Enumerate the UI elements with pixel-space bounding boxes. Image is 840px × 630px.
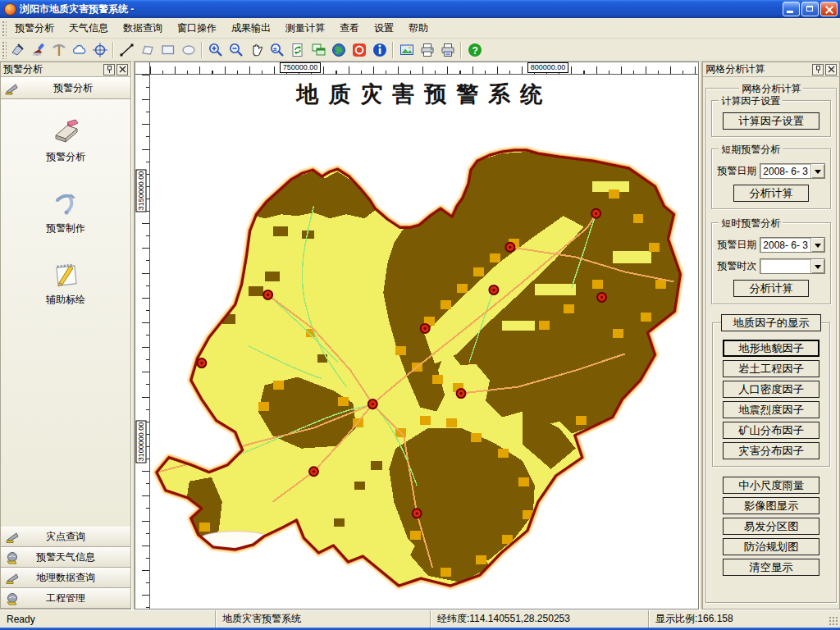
right-panel-close-button[interactable] [825, 64, 837, 75]
short-term-date-label: 预警日期 [717, 164, 760, 178]
image-icon[interactable] [396, 40, 417, 60]
menu-measure-calc[interactable]: 测量计算 [278, 19, 332, 38]
rectangle-tool-icon[interactable] [158, 40, 178, 60]
map-edit-icon[interactable] [7, 40, 28, 60]
short-term-date-combobox[interactable]: 2008- 6- 3 [760, 163, 825, 179]
clear-display-button[interactable]: 清空显示 [723, 559, 819, 576]
short-time-date-combobox[interactable]: 2008- 6- 3 [760, 237, 825, 253]
menu-weather-info[interactable]: 天气信息 [62, 19, 116, 38]
print-icon[interactable] [417, 40, 437, 60]
zoom-extent-icon[interactable]: ± [267, 40, 287, 60]
aux-plotting-notepad-icon [51, 258, 80, 288]
terrain-factor-button[interactable]: 地形地貌因子 [723, 340, 819, 357]
pan-icon[interactable] [246, 40, 267, 60]
chevron-down-icon[interactable] [810, 238, 824, 252]
short-term-label: 短期预警分析 [719, 143, 783, 157]
town-marker [197, 358, 206, 368]
factor-setting-group: 计算因子设置 计算因子设置 [711, 100, 831, 137]
windows-copy-icon[interactable] [308, 40, 328, 60]
short-term-analyze-button[interactable]: 分析计算 [733, 185, 809, 202]
left-panel-pin-button[interactable] [103, 64, 115, 75]
menu-settings[interactable]: 设置 [367, 19, 401, 38]
town-marker [591, 209, 600, 218]
menu-result-output[interactable]: 成果输出 [224, 19, 278, 38]
status-ready: Ready [0, 610, 216, 628]
factor-display-frame: 地质因子的显示 地形地貌因子 岩土工程因子 人口密度因子 地震烈度因子 矿山分布… [712, 322, 830, 467]
restore-button[interactable] [801, 2, 819, 16]
globe-icon[interactable] [328, 40, 349, 60]
right-panel-titlebar: 网格分析计算 [703, 62, 839, 77]
left-panel-titlebar: 预警分析 [1, 62, 130, 77]
group-warning-weather-info[interactable]: 预警天气信息 [1, 547, 130, 568]
group-disaster-point-query[interactable]: 灾点查询 [1, 527, 130, 547]
refresh-icon[interactable] [287, 40, 308, 60]
left-panel-title: 预警分析 [3, 62, 102, 76]
item-label: 辅助标绘 [46, 293, 85, 307]
map-area: 750000.00 800000.00 3150000.00 3100000.0… [135, 62, 699, 609]
minimize-button[interactable] [783, 2, 800, 16]
target-icon[interactable] [89, 40, 110, 60]
zoom-in-icon[interactable] [205, 40, 226, 60]
ruler-left-label-3150000: 3150000.00 [136, 170, 147, 212]
item-warning-analysis[interactable]: 预警分析 [16, 111, 115, 169]
pick-icon[interactable] [48, 40, 69, 60]
left-panel-header-label: 预警分析 [20, 81, 126, 95]
item-aux-plotting[interactable]: 辅助标绘 [16, 253, 115, 312]
population-density-factor-button[interactable]: 人口密度因子 [723, 381, 819, 398]
geological-map[interactable] [150, 75, 698, 609]
disaster-distribution-factor-button[interactable]: 灾害分布因子 [723, 442, 819, 459]
geotech-factor-button[interactable]: 岩土工程因子 [723, 360, 819, 377]
item-warning-produce[interactable]: 预警制作 [16, 182, 115, 240]
info-icon[interactable] [369, 40, 390, 60]
polygon-tool-icon[interactable] [137, 40, 158, 60]
ruler-top-label-800000: 800000.00 [527, 62, 568, 73]
chevron-down-icon[interactable] [810, 164, 824, 178]
group-project-manage[interactable]: 工程管理 [1, 588, 130, 609]
menu-data-query[interactable]: 数据查询 [116, 19, 170, 38]
left-panel: 预警分析 预警分析 预警分析 [0, 62, 131, 609]
factor-display-header-button[interactable]: 地质因子的显示 [721, 314, 821, 331]
resize-grip[interactable] [829, 616, 839, 627]
short-time-session-label: 预警时次 [717, 259, 760, 273]
close-button[interactable] [820, 2, 838, 16]
group-label: 灾点查询 [1, 530, 130, 544]
line-tool-icon[interactable] [116, 40, 137, 60]
display-actions: 中小尺度雨量 影像图显示 易发分区图 防治规划图 清空显示 [710, 477, 833, 576]
cloud-icon[interactable] [69, 40, 89, 60]
ruler-corner [135, 62, 150, 75]
zoom-out-icon[interactable] [226, 40, 246, 60]
toolbar-grip[interactable] [1, 40, 7, 59]
help-icon[interactable]: ? [464, 40, 485, 60]
print-preview-icon[interactable] [437, 40, 458, 60]
group-geo-data-query[interactable]: 地理数据查询 [1, 568, 130, 588]
seismic-intensity-factor-button[interactable]: 地震烈度因子 [723, 401, 819, 418]
menu-help[interactable]: 帮助 [401, 19, 436, 38]
mine-distribution-factor-button[interactable]: 矿山分布因子 [723, 422, 819, 439]
prevention-plan-map-button[interactable]: 防治规划图 [723, 538, 819, 555]
map-canvas[interactable]: 地质灾害预警系统 [150, 75, 698, 609]
right-panel-title: 网格分析计算 [705, 62, 810, 76]
menu-grip[interactable] [1, 20, 7, 36]
meso-scale-rainfall-button[interactable]: 中小尺度雨量 [723, 477, 819, 494]
town-marker [505, 243, 514, 252]
chevron-down-icon[interactable] [810, 259, 824, 273]
grid-analysis-groupbox: 网格分析计算 计算因子设置 计算因子设置 短期预警分析 预警日期 2008- 6… [705, 88, 837, 603]
image-map-display-button[interactable]: 影像图显示 [723, 497, 819, 514]
susceptibility-zoning-button[interactable]: 易发分区图 [723, 518, 819, 535]
short-time-session-combobox[interactable] [760, 258, 825, 274]
left-panel-close-button[interactable] [116, 64, 128, 75]
right-panel-pin-button[interactable] [812, 64, 824, 75]
stop-icon[interactable] [349, 40, 369, 60]
factor-setting-button[interactable]: 计算因子设置 [723, 112, 819, 130]
short-time-analyze-button[interactable]: 分析计算 [733, 280, 809, 297]
toolbar: ± ? [0, 39, 840, 62]
short-time-session-value [760, 259, 810, 273]
brush-icon[interactable] [28, 40, 48, 60]
ellipse-tool-icon[interactable] [178, 40, 199, 60]
left-panel-group-header[interactable]: 预警分析 [1, 77, 130, 99]
ruler-left-label-3100000: 3100000.00 [136, 421, 147, 463]
menu-window-ops[interactable]: 窗口操作 [170, 19, 224, 38]
menu-warning-analysis[interactable]: 预警分析 [7, 19, 62, 38]
svg-text:±: ± [273, 45, 277, 52]
menu-view[interactable]: 查看 [332, 19, 367, 38]
